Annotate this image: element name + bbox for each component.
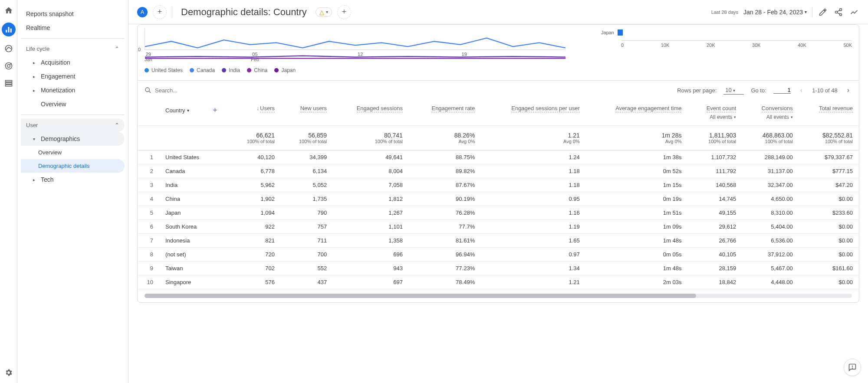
bar-chart: Japan 010K20K30K40K50K — [583, 28, 852, 73]
svg-point-11 — [852, 368, 853, 368]
data-table: Country ▾ + ↓Users New users Engaged ses… — [138, 100, 859, 289]
sort-down-icon: ↓ — [256, 105, 259, 111]
line-chart-legend: United StatesCanadaIndiaChinaJapan — [145, 67, 566, 73]
admin-icon[interactable] — [3, 367, 14, 378]
goto-input[interactable] — [773, 87, 791, 94]
table-row[interactable]: 7Indonesia8217111,35881.61%1.651m 48s26,… — [138, 234, 859, 248]
topbar: A + Demographic details: Country △ ▾ + L… — [128, 0, 868, 24]
sidebar-realtime[interactable]: Realtime — [21, 21, 125, 35]
home-icon[interactable] — [3, 5, 14, 16]
caret-right-icon: ▸ — [33, 74, 37, 79]
legend-item[interactable]: Japan — [274, 67, 296, 73]
table-row[interactable]: 8(not set)72070069696.94%0.970m 05s40,10… — [138, 248, 859, 262]
sidebar-monetization[interactable]: ▸Monetization — [21, 83, 125, 97]
chevron-down-icon: ▾ — [733, 88, 735, 93]
sidebar-reports-snapshot[interactable]: Reports snapshot — [21, 7, 125, 21]
dimension-dropdown[interactable]: Country ▾ — [165, 107, 189, 114]
col-new-users[interactable]: New users — [281, 100, 333, 126]
col-engagement-rate[interactable]: Engagement rate — [409, 100, 481, 126]
col-engaged-sessions-per-user[interactable]: Engaged sessions per user — [481, 100, 586, 126]
sidebar-section-life-cycle[interactable]: Life cycle ⌃ — [21, 42, 125, 56]
sidebar-tech[interactable]: ▸Tech — [21, 173, 125, 187]
warning-icon: △ — [319, 9, 324, 16]
sidebar-overview-lc[interactable]: Overview — [21, 97, 125, 111]
line-chart: 0 29Jan 05Feb 12 19 — [145, 28, 566, 73]
sidebar-demographics[interactable]: ▾Demographics — [21, 132, 125, 146]
account-chip[interactable]: A — [137, 7, 148, 17]
caret-right-icon: ▸ — [33, 60, 37, 65]
svg-rect-5 — [5, 85, 12, 86]
col-event-count[interactable]: Event countAll events ▾ — [687, 100, 742, 126]
search-input[interactable] — [155, 87, 242, 94]
svg-point-9 — [145, 88, 149, 92]
sidebar: Reports snapshot Realtime Life cycle ⌃ ▸… — [17, 0, 128, 383]
life-cycle-label: Life cycle — [26, 46, 49, 52]
chevron-down-icon: ▾ — [187, 108, 189, 113]
chevron-down-icon: ▾ — [805, 10, 807, 14]
goto-label: Go to: — [751, 87, 766, 94]
y-axis-zero: 0 — [138, 47, 141, 52]
table-row[interactable]: 9Taiwan70255294377.23%1.341m 48s28,1595,… — [138, 262, 859, 275]
user-label: User — [26, 122, 38, 128]
event-count-filter[interactable]: All events ▾ — [710, 114, 736, 120]
legend-dot-icon — [274, 68, 279, 72]
sidebar-engagement[interactable]: ▸Engagement — [21, 69, 125, 83]
table-row[interactable]: 1United States40,12034,39949,64188.75%1.… — [138, 151, 859, 164]
caret-right-icon: ▸ — [33, 88, 37, 93]
legend-item[interactable]: Canada — [190, 67, 215, 73]
page-next-button[interactable]: › — [845, 86, 852, 94]
feedback-button[interactable] — [844, 359, 861, 376]
legend-dot-icon — [190, 68, 194, 72]
svg-rect-3 — [5, 80, 12, 82]
data-quality-chip[interactable]: △ ▾ — [316, 7, 332, 17]
col-users[interactable]: ↓Users — [229, 100, 281, 126]
bar-axis: 010K20K30K40K50K — [621, 40, 852, 48]
advertising-icon[interactable] — [3, 61, 14, 71]
add-dimension-button[interactable]: + — [210, 105, 220, 115]
sidebar-section-user[interactable]: User ⌃ — [21, 118, 125, 132]
date-preset-label: Last 28 days — [711, 10, 738, 15]
caret-down-icon: ▾ — [33, 137, 37, 141]
horizontal-scrollbar[interactable] — [145, 294, 852, 298]
add-comparison-button[interactable]: + — [153, 5, 167, 19]
table-row[interactable]: 10Singapore57643769778.49%1.212m 03s18,8… — [138, 275, 859, 289]
table-row[interactable]: 2Canada6,7786,1348,00489.82%1.180m 52s11… — [138, 164, 859, 178]
svg-rect-4 — [5, 82, 12, 84]
legend-item[interactable]: United States — [145, 67, 183, 73]
share-icon[interactable] — [833, 7, 844, 17]
chevron-up-icon: ⌃ — [115, 122, 119, 128]
date-range-picker[interactable]: Jan 28 - Feb 24, 2023 ▾ — [743, 9, 807, 16]
table-row[interactable]: 4China1,9021,7351,81290.19%0.950m 19s14,… — [138, 192, 859, 206]
legend-item[interactable]: China — [247, 67, 267, 73]
svg-point-2 — [7, 65, 10, 68]
report-card: 0 29Jan 05Feb 12 19 — [137, 24, 859, 303]
col-engaged-sessions[interactable]: Engaged sessions — [333, 100, 409, 126]
configure-icon[interactable] — [3, 78, 14, 88]
explore-icon[interactable] — [3, 43, 14, 54]
legend-item[interactable]: India — [222, 67, 240, 73]
insights-icon[interactable] — [849, 7, 859, 17]
rows-per-page-select[interactable]: 10 ▾ — [723, 86, 744, 95]
svg-point-6 — [840, 8, 842, 10]
reports-icon[interactable] — [2, 23, 16, 36]
table-row[interactable]: 6South Korea9227571,10177.7%1.191m 09s29… — [138, 220, 859, 234]
col-conversions[interactable]: ConversionsAll events ▾ — [742, 100, 799, 126]
sidebar-acquisition[interactable]: ▸Acquisition — [21, 56, 125, 69]
table-row[interactable]: 3India5,9625,0527,05887.67%1.181m 15s140… — [138, 178, 859, 192]
chevron-down-icon: ▾ — [791, 115, 793, 119]
edit-report-icon[interactable] — [818, 7, 828, 17]
main: A + Demographic details: Country △ ▾ + L… — [128, 0, 868, 383]
rows-per-page-label: Rows per page: — [677, 87, 717, 94]
search-icon — [145, 87, 151, 94]
col-total-revenue[interactable]: Total revenue — [799, 100, 859, 126]
sidebar-demographics-overview[interactable]: Overview — [21, 146, 125, 159]
conversions-filter[interactable]: All events ▾ — [766, 114, 793, 120]
table-row[interactable]: 5Japan1,0947901,26776.28%1.161m 51s49,15… — [138, 206, 859, 220]
page-title: Demographic details: Country — [181, 7, 307, 18]
add-filter-button[interactable]: + — [337, 5, 351, 19]
chevron-down-icon: ▾ — [734, 115, 736, 119]
table-toolbar: Rows per page: 10 ▾ Go to: ‹ 1-10 of 48 … — [138, 80, 859, 100]
col-avg-engagement-time[interactable]: Average engagement time — [586, 100, 688, 126]
page-prev-button[interactable]: ‹ — [798, 86, 805, 94]
sidebar-demographic-details[interactable]: Demographic details — [21, 159, 125, 173]
